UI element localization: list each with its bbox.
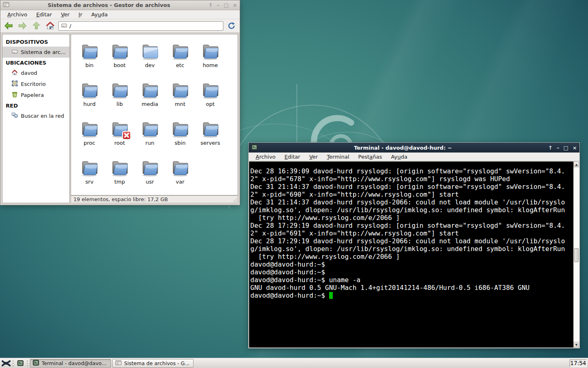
folder-tmp[interactable]: tmp <box>105 157 135 195</box>
folder-media[interactable]: media <box>135 80 165 119</box>
file-manager-titlebar[interactable]: Sistema de archivos - Gestor de archivos… <box>0 0 240 10</box>
scroll-up-icon[interactable]: ▲ <box>574 162 579 167</box>
file-manager-body: DISPOSITIVOSSistema de arc...UBICACIONES… <box>0 33 240 205</box>
path-entry[interactable]: / <box>58 21 223 31</box>
terminal-screen[interactable]: Dec 28 16:39:09 davod-hurd rsyslogd: [or… <box>249 162 579 348</box>
scrollbar-thumb[interactable] <box>574 248 579 262</box>
folder-hurd[interactable]: hurd <box>74 80 105 119</box>
clock: 17:54 <box>570 359 587 367</box>
terminal-titlebar[interactable]: Terminal - davod@davod-hurd: ~ ↑ – □ × <box>249 143 579 153</box>
taskbar-button-label: Sistema de archivos - G... <box>124 360 189 366</box>
resize-grip[interactable] <box>232 197 237 202</box>
folder-label: opt <box>206 101 214 107</box>
file-manager-window: Sistema de archivos - Gestor de archivos… <box>0 0 240 205</box>
sidebar-item-label: Buscar en la red <box>21 113 64 119</box>
shade-button[interactable]: ↑ <box>548 145 552 150</box>
folder-label: mnt <box>175 101 185 107</box>
maximize-button[interactable]: □ <box>564 145 568 150</box>
sidebar-item-escritorio[interactable]: Escritorio <box>2 79 69 90</box>
sidebar-item-sistema-de-arc-[interactable]: Sistema de arc... <box>2 47 69 58</box>
folder-icon <box>140 157 160 177</box>
menu-item-ver[interactable]: Ver <box>305 153 321 161</box>
terminal-title: Terminal - davod@davod-hurd: ~ <box>258 145 548 151</box>
back-button[interactable] <box>3 20 14 31</box>
scroll-down-icon[interactable]: ▼ <box>574 342 579 348</box>
folder-label: tmp <box>114 179 125 185</box>
folder-proc[interactable]: proc <box>74 119 105 157</box>
sidebar-item-label: Papelera <box>21 92 44 98</box>
refresh-button[interactable] <box>226 20 237 31</box>
file-manager-sidebar: DISPOSITIVOSSistema de arc...UBICACIONES… <box>2 34 70 203</box>
terminal-scrollbar[interactable]: ▲ ▼ <box>573 162 579 348</box>
home-icon <box>11 69 18 77</box>
terminal-line: Dec 28 16:39:09 davod-hurd rsyslogd: [or… <box>250 167 572 175</box>
panel-handle[interactable] <box>26 360 29 367</box>
folder-run[interactable]: run <box>135 119 165 157</box>
sidebar-item-buscar-en-la-red[interactable]: Buscar en la red <box>2 110 69 121</box>
menu-item-ir[interactable]: Ir <box>75 11 86 18</box>
folder-servers[interactable]: servers <box>195 119 225 157</box>
terminal-launcher[interactable] <box>16 359 25 368</box>
up-button[interactable] <box>31 20 42 31</box>
terminal-prompt: davod@davod-hurd:~$ <box>250 292 329 299</box>
minimize-button[interactable]: – <box>217 2 220 8</box>
folder-var[interactable]: var <box>165 157 195 195</box>
terminal-line: davod@davod-hurd:~$ <box>250 268 572 276</box>
menu-item-pestañas[interactable]: Pestañas <box>354 153 385 161</box>
menu-item-ver[interactable]: Ver <box>57 11 73 18</box>
menu-item-ayuda[interactable]: Ayuda <box>88 11 111 18</box>
folder-opt[interactable]: opt <box>195 80 225 119</box>
home-button[interactable] <box>45 20 56 31</box>
sidebar-item-davod[interactable]: davod <box>2 67 69 79</box>
folder-root[interactable]: root <box>105 119 135 157</box>
shade-button[interactable]: ↑ <box>208 2 213 8</box>
sidebar-item-papelera[interactable]: Papelera <box>2 90 69 101</box>
folder-usr[interactable]: usr <box>135 157 165 195</box>
folder-label: home <box>203 62 218 68</box>
drive-icon <box>11 48 18 56</box>
folder-label: run <box>145 140 154 146</box>
folder-bin[interactable]: bin <box>74 41 105 80</box>
panel-handle[interactable] <box>12 360 15 367</box>
folder-sbin[interactable]: sbin <box>165 119 195 157</box>
menu-item-ayuda[interactable]: Ayuda <box>388 153 411 161</box>
folder-view[interactable]: binbootdevetchomehurdlibmediamntoptprocr… <box>71 34 238 195</box>
sidebar-item-label: Escritorio <box>21 81 46 87</box>
menu-item-archivo[interactable]: Archivo <box>252 153 279 161</box>
menu-item-archivo[interactable]: Archivo <box>4 11 31 18</box>
folder-label: proc <box>84 140 95 146</box>
close-button[interactable]: × <box>572 145 577 150</box>
folder-icon <box>170 119 190 138</box>
folder-etc[interactable]: etc <box>165 41 195 80</box>
folder-label: hurd <box>83 101 96 107</box>
trash-icon <box>11 91 18 99</box>
menu-item-editar[interactable]: Editar <box>281 153 304 161</box>
applications-menu-button[interactable] <box>1 359 11 368</box>
folder-dev[interactable]: dev <box>135 41 165 80</box>
folder-lib[interactable]: lib <box>105 80 135 119</box>
folder-srv[interactable]: srv <box>74 157 105 195</box>
terminal-line: [try http://www.rsyslog.com/e/2066 ] <box>250 253 572 260</box>
terminal-line: g/imklog.so', dlopen: /usr/lib/rsyslog/i… <box>250 206 572 214</box>
folder-icon <box>110 80 129 99</box>
forward-button[interactable] <box>17 20 28 31</box>
terminal-line: [try http://www.rsyslog.com/e/2066 ] <box>250 214 572 222</box>
menu-item-terminal[interactable]: Terminal <box>323 153 353 161</box>
folder-boot[interactable]: boot <box>105 41 135 80</box>
minimize-button[interactable]: – <box>557 145 559 150</box>
filemanager-window-icon <box>3 1 9 9</box>
folder-icon <box>170 41 190 61</box>
folder-home[interactable]: home <box>195 41 225 80</box>
menu-item-editar[interactable]: Editar <box>33 11 56 18</box>
sidebar-item-label: davod <box>21 70 37 76</box>
file-manager-title: Sistema de archivos - Gestor de archivos <box>9 2 208 8</box>
folder-mnt[interactable]: mnt <box>165 80 195 119</box>
maximize-button[interactable]: □ <box>224 2 229 8</box>
network-icon <box>11 112 18 120</box>
taskbar-window-button-2[interactable]: Sistema de archivos - G... <box>112 359 194 368</box>
terminal-prompt-line: davod@davod-hurd:~$ <box>250 292 572 299</box>
terminal-cursor <box>329 292 333 299</box>
terminal-line: 2" x-pid="690" x-info="http://www.rsyslo… <box>250 191 572 198</box>
taskbar-window-button-1[interactable]: Terminal - davod@davo... <box>30 359 111 368</box>
close-button[interactable]: × <box>233 2 237 8</box>
